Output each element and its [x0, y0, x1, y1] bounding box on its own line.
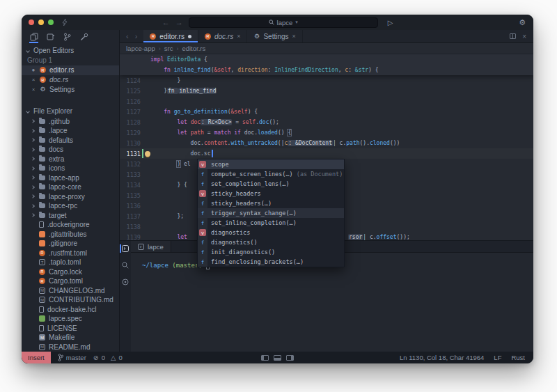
tree-file[interactable]: RCargo.lock — [22, 267, 119, 277]
breadcrumb-part[interactable]: src — [164, 45, 173, 52]
explorer-icon[interactable] — [28, 31, 40, 43]
close-icon[interactable]: × — [31, 86, 36, 93]
file-name: lapce.spec — [49, 315, 82, 322]
tree-folder[interactable]: docs — [22, 145, 119, 155]
tree-folder[interactable]: defaults — [22, 136, 119, 146]
line-ending[interactable]: LF — [494, 354, 501, 361]
terminal-tab[interactable]: ▸ lapce — [131, 241, 171, 252]
tree-file[interactable]: MMakefile — [22, 333, 119, 343]
completion-item[interactable]: ffind_enclosing_brackets(…) — [198, 257, 344, 267]
modified-dot-icon — [188, 35, 191, 38]
breadcrumb[interactable]: lapce-app›src›editor.rs — [120, 43, 533, 54]
back-button[interactable]: ← — [162, 19, 170, 26]
terminal-output[interactable]: ~/lapce (master) — [131, 253, 533, 352]
line-number: 1139 — [120, 234, 141, 241]
language-mode[interactable]: Rust — [511, 354, 525, 361]
tree-file[interactable]: LICENSE — [22, 324, 119, 334]
cursor-position[interactable]: Ln 1130, Col 18, Char 41964 — [400, 354, 484, 361]
open-editor-item[interactable]: ×Rdoc.rs — [22, 75, 119, 85]
tree-folder[interactable]: lapce-app — [22, 173, 119, 183]
close-editor-icon[interactable]: × — [522, 33, 526, 40]
completion-item[interactable]: fcompute_screen_lines(…) (as Document) — [198, 169, 344, 179]
completion-item[interactable]: fset_completion_lens(…) — [198, 179, 344, 189]
tree-file[interactable]: MREADME.md — [22, 343, 119, 352]
tree-folder[interactable]: extra — [22, 155, 119, 164]
problems-indicator[interactable]: ⊘ 0 △ 0 — [93, 354, 123, 361]
breadcrumb-part[interactable]: lapce-app — [126, 45, 155, 52]
tree-folder[interactable]: icons — [22, 164, 119, 173]
tab-editor-rs[interactable]: Reditor.rs — [143, 30, 198, 42]
breadcrumb-separator: › — [176, 45, 178, 52]
completion-item[interactable]: vsticky_headers — [198, 189, 344, 198]
tree-folder[interactable]: target — [22, 211, 119, 221]
terminal-icon[interactable] — [120, 244, 130, 253]
open-editors-header[interactable]: Open Editors — [22, 46, 119, 56]
tree-folder[interactable]: .github — [22, 117, 119, 127]
taplo-icon: T — [39, 259, 45, 265]
completion-item[interactable]: fset_inline_completion(…) — [198, 218, 344, 228]
completion-item[interactable]: vscope — [198, 159, 344, 169]
tree-file[interactable]: lapce.spec — [22, 314, 119, 324]
toggle-right-panel-icon[interactable] — [286, 355, 294, 361]
file-name: docker-bake.hcl — [47, 306, 97, 313]
tab-doc-rs[interactable]: Rdoc.rs× — [198, 30, 248, 42]
tree-file[interactable]: .dockerignore — [22, 220, 119, 230]
plugins-icon[interactable] — [45, 31, 56, 43]
change-bar-slot — [142, 128, 143, 137]
forward-button[interactable]: → — [175, 19, 183, 26]
breadcrumb-part[interactable]: editor.rs — [182, 45, 205, 52]
close-tab-icon[interactable]: × — [292, 33, 296, 40]
code-text: doc.sc — [150, 150, 213, 157]
completion-item[interactable]: fsticky_headers(…) — [198, 198, 344, 208]
zoom-window-button[interactable] — [48, 19, 54, 25]
split-editor-icon[interactable] — [510, 33, 516, 39]
close-tab-icon[interactable]: × — [237, 33, 240, 40]
file-explorer-header[interactable]: File Explorer — [22, 107, 119, 116]
chevron-right-icon — [31, 213, 35, 217]
source-control-icon[interactable] — [61, 31, 73, 43]
tree-folder[interactable]: lapce-rpc — [22, 201, 119, 211]
open-editor-label: editor.rs — [49, 66, 74, 74]
completion-label: diagnostics() — [211, 239, 258, 246]
close-icon[interactable]: × — [31, 77, 36, 83]
tree-file[interactable]: MCONTRIBUTING.md — [22, 295, 119, 305]
completion-item[interactable]: ftrigger_syntax_change(…) — [198, 208, 344, 218]
toggle-bottom-panel-icon[interactable] — [274, 355, 281, 361]
tree-file[interactable]: .gitignore — [22, 239, 119, 249]
tree-folder[interactable]: lapce-core — [22, 182, 119, 192]
tree-file[interactable]: T.taplo.toml — [22, 258, 119, 267]
change-bar-slot — [142, 118, 143, 127]
command-palette-input[interactable]: lapce ▾ — [189, 17, 378, 28]
search-icon[interactable] — [120, 260, 130, 270]
tree-file[interactable]: RCargo.toml — [22, 276, 119, 286]
tab-history-forward-button[interactable]: › — [135, 32, 138, 40]
tree-folder[interactable]: lapce-proxy — [22, 192, 119, 202]
toggle-left-panel-icon[interactable] — [261, 355, 269, 361]
completion-item[interactable]: finit_diagnostics() — [198, 247, 344, 257]
open-editor-item[interactable]: ×⚙Settings — [22, 85, 119, 95]
tree-file[interactable]: R.rustfmt.toml — [22, 249, 119, 258]
tab-Settings[interactable]: ⚙Settings× — [247, 30, 302, 42]
completion-item[interactable]: vdiagnostics — [198, 228, 344, 237]
mode-badge[interactable]: Insert — [22, 352, 51, 363]
change-bar-slot — [142, 55, 143, 64]
tab-history-back-button[interactable]: ‹ — [126, 32, 129, 40]
settings-gear-icon[interactable]: ⚙ — [519, 18, 526, 27]
debug-icon[interactable] — [78, 31, 90, 43]
error-icon: ⊘ — [93, 354, 99, 361]
debug-console-icon[interactable] — [120, 277, 130, 287]
tree-file[interactable]: .gitattributes — [22, 230, 119, 240]
tree-file[interactable]: MCHANGELOG.md — [22, 286, 119, 296]
open-editor-item[interactable]: ●Reditor.rs — [22, 65, 119, 75]
branch-indicator[interactable]: master — [58, 354, 86, 361]
chevron-right-icon — [31, 204, 35, 208]
run-button[interactable]: ▷ — [388, 19, 393, 26]
lightbulb-icon[interactable] — [145, 151, 150, 157]
tree-folder[interactable]: .lapce — [22, 126, 119, 136]
tree-file[interactable]: docker-bake.hcl — [22, 305, 119, 315]
chevron-down-icon — [26, 49, 30, 53]
completion-item[interactable]: fdiagnostics() — [198, 237, 344, 247]
minimize-window-button[interactable] — [38, 19, 44, 25]
close-window-button[interactable] — [29, 19, 34, 25]
line-gutter: 1135 — [120, 190, 150, 201]
